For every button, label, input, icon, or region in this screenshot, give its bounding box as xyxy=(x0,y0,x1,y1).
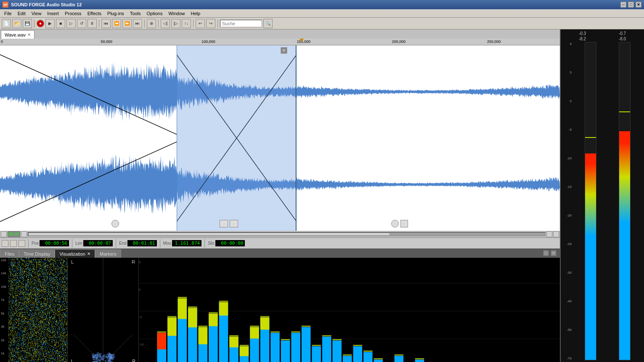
title-bar: SF SOUND FORGE Audio Studio 12 ─ □ ✕ xyxy=(0,0,644,9)
transport-btn-3[interactable]: ▷ xyxy=(19,240,25,247)
wave-tab-close[interactable]: ✕ xyxy=(27,32,31,37)
slic-value: 00:00:00 xyxy=(215,240,245,246)
save-button[interactable]: 💾 xyxy=(23,19,32,28)
len-label: Len xyxy=(75,241,82,246)
end-label: End xyxy=(119,241,127,246)
transport-btn-2[interactable]: ◁ xyxy=(10,240,17,247)
rewind-button[interactable]: ⏪ xyxy=(112,19,121,28)
tab-time-display[interactable]: Time Display xyxy=(19,249,55,258)
vu-peak-right-1: -0.7 xyxy=(619,31,626,36)
new-button[interactable]: 📄 xyxy=(2,19,11,28)
vu-bar-right xyxy=(619,42,631,360)
scroll-track[interactable] xyxy=(28,232,546,236)
open-button[interactable]: 📂 xyxy=(12,19,21,28)
spectrum-panel xyxy=(139,258,560,362)
tab-visualization[interactable]: Visualization ✕ xyxy=(55,249,95,258)
menu-view[interactable]: View xyxy=(29,10,44,17)
menu-edit[interactable]: Edit xyxy=(15,10,28,17)
toolbar-separator-2 xyxy=(99,19,99,28)
zoom-display: 00:07 xyxy=(8,231,20,237)
slic-field: Slic 00:00:00 xyxy=(208,240,245,246)
zoom-out-button[interactable]: - xyxy=(553,231,559,237)
vu-bar-left xyxy=(585,42,596,360)
play-cursor-button[interactable]: ▷ xyxy=(66,19,76,28)
panel-restore-button[interactable]: □ xyxy=(543,250,549,256)
menu-tools[interactable]: Tools xyxy=(127,10,143,17)
goto-end-button[interactable]: ⏭ xyxy=(133,19,142,28)
slic-label: Slic xyxy=(208,241,215,246)
horizontal-scrollbar[interactable]: + 00:07 - + - xyxy=(0,231,560,238)
loop-button[interactable]: ↺ xyxy=(77,19,86,28)
bottom-content: Files Time Display Visualization ✕ Marke… xyxy=(0,249,560,362)
maximize-button[interactable]: □ xyxy=(628,2,634,8)
menu-bar: File Edit View Insert Process Effects Pl… xyxy=(0,9,644,18)
lissajous-labels: L R xyxy=(68,259,138,264)
spectrogram-panel xyxy=(0,258,67,362)
scroll-thumb[interactable] xyxy=(28,233,390,236)
window-controls[interactable]: ─ □ ✕ xyxy=(620,2,641,8)
transport-sep-2 xyxy=(72,239,72,248)
trim-right-button[interactable]: |▷ xyxy=(171,19,180,28)
visualization-tab-close[interactable]: ✕ xyxy=(87,251,90,256)
transport-bar: ⊞ ◁ ▷ Pos 00:00:56 Len 00:00:07 End 00:0… xyxy=(0,238,560,248)
main-layout: Wave.wav ✕ 0 50,000 100,000 150,000 200,… xyxy=(0,29,644,362)
undo-button[interactable]: ↩ xyxy=(196,19,205,28)
tab-markers[interactable]: Markers xyxy=(95,249,121,258)
tab-bar: Wave.wav ✕ xyxy=(0,29,560,39)
mou-label: Mou xyxy=(163,241,171,246)
ruler-mark-200k: 200,000 xyxy=(392,40,406,44)
tab-files[interactable]: Files xyxy=(0,249,19,258)
vu-peak-left xyxy=(585,137,596,138)
spectrum-canvas xyxy=(139,258,560,362)
toolbar-separator-1 xyxy=(34,19,34,28)
redo-button[interactable]: ↪ xyxy=(206,19,215,28)
playhead-line xyxy=(296,45,296,231)
toolbar-separator-6 xyxy=(217,19,218,28)
panel-close-button[interactable]: ✕ xyxy=(551,250,557,256)
menu-insert[interactable]: Insert xyxy=(45,10,61,17)
vu-peak-labels-2: -8.2 -8.0 xyxy=(562,37,642,41)
waveform-display[interactable]: ✕ ○ ○ □ ◁ ▷ xyxy=(0,45,560,231)
scroll-prev-button[interactable]: - xyxy=(21,231,27,237)
len-value: 00:00:07 xyxy=(83,240,113,246)
vu-peak-right xyxy=(619,111,630,112)
waveform-container: 0 50,000 100,000 150,000 200,000 250,000… xyxy=(0,39,560,248)
zoom-in-button[interactable]: + xyxy=(546,231,552,237)
normalize-button[interactable]: ↑↓ xyxy=(182,19,191,28)
stop-button[interactable]: ■ xyxy=(56,19,65,28)
pos-field: Pos 00:00:56 xyxy=(32,240,69,246)
menu-window[interactable]: Window xyxy=(166,10,187,17)
menu-help[interactable]: Help xyxy=(188,10,203,17)
vu-peak-right-2: -8.0 xyxy=(619,37,626,41)
pause-button[interactable]: ⏸ xyxy=(87,19,97,28)
forward-button[interactable]: ⏩ xyxy=(122,19,132,28)
menu-file[interactable]: File xyxy=(2,10,14,17)
wave-tab-label: Wave.wav xyxy=(5,32,26,37)
lissajous-canvas xyxy=(68,258,138,362)
trim-left-button[interactable]: ◁| xyxy=(161,19,170,28)
record-button[interactable]: ● xyxy=(37,20,44,27)
close-button[interactable]: ✕ xyxy=(636,2,641,8)
minimize-button[interactable]: ─ xyxy=(620,2,626,8)
menu-options[interactable]: Options xyxy=(144,10,165,17)
wave-tab[interactable]: Wave.wav ✕ xyxy=(1,30,34,39)
goto-start-button[interactable]: ⏮ xyxy=(101,19,111,28)
len-field: Len 00:00:07 xyxy=(75,240,113,246)
toolbar-separator-3 xyxy=(144,19,145,28)
menu-effects[interactable]: Effects xyxy=(85,10,104,17)
menu-process[interactable]: Process xyxy=(62,10,84,17)
transport-sep-1 xyxy=(28,239,29,248)
crossfade-close-button[interactable]: ✕ xyxy=(281,47,287,54)
menu-plugins[interactable]: Plug-ins xyxy=(105,10,127,17)
scroll-left-button[interactable]: + xyxy=(1,231,7,237)
play-button[interactable]: ▶ xyxy=(45,19,55,28)
snap-button[interactable]: ⊕ xyxy=(147,19,156,28)
pos-label: Pos xyxy=(32,241,39,246)
search-input[interactable] xyxy=(220,20,262,27)
search-options-button[interactable]: 🔍 xyxy=(263,19,273,28)
transport-btn-1[interactable]: ⊞ xyxy=(2,240,8,247)
wave-editor-area: Wave.wav ✕ 0 50,000 100,000 150,000 200,… xyxy=(0,29,560,362)
toolbar-separator-5 xyxy=(193,19,193,28)
vu-peak-labels: -0.3 -0.7 xyxy=(562,31,642,36)
vu-peak-left-1: -0.3 xyxy=(579,31,586,36)
